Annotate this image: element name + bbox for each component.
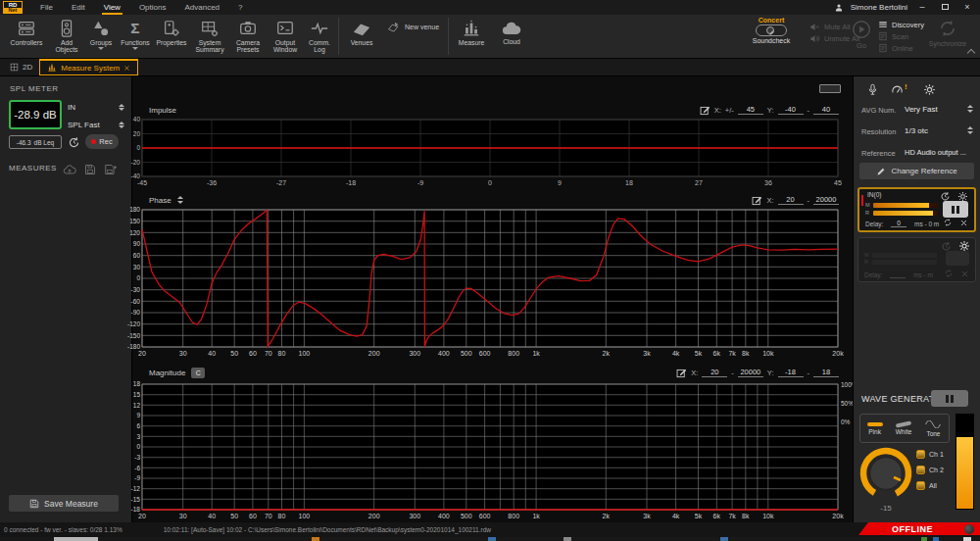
online-button[interactable]: Online — [878, 42, 924, 54]
menu-edit[interactable]: Edit — [70, 2, 87, 13]
spinner-icon[interactable] — [967, 126, 973, 134]
change-reference-button[interactable]: Change Reference — [859, 163, 974, 179]
ribbon-controllers[interactable]: Controllers — [4, 17, 49, 46]
close-tab-icon[interactable] — [123, 65, 130, 72]
magnitude-y-min-field[interactable]: -18 — [778, 368, 804, 377]
impulse-chart[interactable]: -45-36-27-18-90918273645-40-2002040 — [128, 120, 858, 188]
pink-noise-button[interactable]: Pink — [867, 422, 883, 435]
magnitude-x-max-field[interactable]: 20000 — [738, 368, 763, 377]
warning-exclamation-icon: ! — [905, 82, 907, 91]
ribbon-comm-log[interactable]: Comm. Log — [304, 17, 335, 53]
avg-num-value[interactable]: Very Fast — [905, 105, 938, 114]
ribbon-measure[interactable]: Measure — [452, 17, 491, 46]
save-measure-plus-icon[interactable] — [104, 164, 118, 175]
concert-soundcheck-toggle[interactable]: Concert Soundcheck — [749, 17, 794, 44]
save-measure-icon[interactable] — [84, 164, 96, 175]
svg-text:120: 120 — [129, 229, 140, 236]
svg-text:200: 200 — [368, 513, 380, 519]
svg-text:-45: -45 — [137, 179, 147, 186]
rec-button[interactable]: Rec — [85, 134, 119, 149]
spinner-icon[interactable] — [967, 105, 973, 113]
input-device-card[interactable]: IN(0) M R Delay: 0 ms - 0 m — [858, 187, 976, 232]
gauge-icon[interactable] — [891, 83, 904, 96]
spinner-icon[interactable] — [177, 196, 183, 204]
delay-label: Delay: — [865, 221, 883, 227]
empty-device-card[interactable]: M R Delay: ms - m — [858, 237, 976, 282]
offline-banner[interactable]: OFFLINE — [858, 522, 980, 535]
tab-2d[interactable]: 2D — [3, 59, 39, 75]
tone-button[interactable]: Tone — [924, 420, 942, 437]
spinner-icon[interactable] — [119, 104, 124, 112]
microphone-icon[interactable] — [866, 83, 879, 96]
clip-indicator — [861, 195, 863, 206]
device-pause-button[interactable] — [943, 201, 968, 218]
coherence-button[interactable]: C — [191, 368, 205, 378]
ribbon-separator — [448, 18, 449, 55]
ribbon-cloud[interactable]: Cloud — [491, 17, 532, 45]
close-button[interactable]: × — [959, 1, 975, 14]
channel-2-checkbox[interactable]: Ch 2 — [916, 466, 944, 474]
collapse-ribbon-chevron[interactable] — [967, 49, 975, 57]
ribbon-groups[interactable]: Groups — [84, 17, 118, 50]
mode-toggle[interactable] — [756, 25, 787, 36]
maximize-button[interactable] — [937, 1, 953, 14]
sync-delay-icon[interactable] — [943, 218, 953, 227]
ribbon-output-window[interactable]: Output Window — [267, 17, 304, 53]
weighting-selector[interactable]: SPL Fast — [68, 121, 124, 129]
ribbon-label: Camera Presets — [229, 39, 267, 53]
edit-range-icon[interactable] — [700, 105, 710, 116]
menu-advanced[interactable]: Advanced — [182, 2, 221, 13]
ribbon-venues[interactable]: Venues — [342, 17, 381, 46]
phase-chart[interactable]: 203040506070801002003004005006008001k2k3… — [128, 210, 858, 359]
minimize-button[interactable]: – — [914, 1, 930, 14]
save-measure-button[interactable]: Save Measure — [9, 495, 119, 512]
shapes-icon — [91, 19, 111, 38]
impulse-y-max-field[interactable]: 40 — [813, 105, 839, 115]
white-noise-button[interactable]: White — [896, 422, 912, 435]
svg-text:7k: 7k — [728, 513, 736, 519]
generator-level-knob[interactable] — [858, 445, 914, 502]
ribbon-system-summary[interactable]: System Summary — [190, 17, 229, 53]
cloud-upload-icon[interactable] — [63, 165, 76, 175]
ribbon-new-venue[interactable]: New venue — [387, 22, 439, 32]
channel-1-checkbox[interactable]: Ch 1 — [916, 450, 944, 459]
impulse-y-min-field[interactable]: -40 — [778, 105, 804, 115]
y-label: Y: — [767, 369, 774, 377]
layout-toggle-button[interactable] — [819, 84, 841, 93]
tab-measure-system[interactable]: Measure System — [39, 59, 138, 75]
gear-icon[interactable] — [923, 83, 936, 96]
phase-x-min-field[interactable]: 20 — [778, 195, 804, 205]
menu-view[interactable]: View — [102, 2, 122, 13]
ribbon-properties[interactable]: Properties — [153, 17, 190, 46]
menu-help[interactable]: ? — [236, 2, 244, 13]
synchronize-button[interactable]: Synchronize — [925, 18, 970, 47]
all-channels-checkbox[interactable]: All — [916, 481, 937, 490]
scan-button[interactable]: Scan — [878, 30, 924, 42]
go-button[interactable]: Go — [849, 20, 874, 50]
discovery-button[interactable]: Discovery — [878, 19, 924, 30]
ribbon-add-objects[interactable]: Add Objects — [49, 17, 84, 53]
rdnet-window: RD Net File Edit View Options Advanced ?… — [0, 0, 980, 541]
edit-range-icon[interactable] — [752, 195, 762, 206]
delay-value-field[interactable]: 0 — [891, 220, 906, 227]
device-name: IN(0) — [867, 191, 881, 198]
input-source-selector[interactable]: IN — [68, 103, 124, 112]
ribbon-camera-presets[interactable]: Camera Presets — [229, 17, 267, 53]
menu-options[interactable]: Options — [137, 2, 169, 13]
menubar: File Edit View Options Advanced ? — [38, 2, 245, 13]
magnitude-chart[interactable]: 203040506070801002003004005006008001k2k3… — [128, 384, 858, 521]
impulse-x-range-field[interactable]: 45 — [738, 105, 763, 115]
sine-wave-icon — [924, 420, 942, 428]
generator-source-group: Pink White Tone — [859, 414, 950, 443]
spinner-icon[interactable] — [119, 122, 124, 129]
edit-range-icon[interactable] — [676, 368, 687, 378]
resolution-value[interactable]: 1/3 otc — [905, 126, 928, 135]
generator-pause-button[interactable] — [931, 390, 968, 407]
magnitude-x-min-field[interactable]: 20 — [702, 368, 727, 377]
magnitude-y-max-field[interactable]: 18 — [813, 368, 839, 377]
ribbon-functions[interactable]: Functions — [118, 17, 153, 50]
history-reset-icon[interactable] — [68, 136, 80, 149]
menu-file[interactable]: File — [38, 2, 55, 13]
phase-x-max-field[interactable]: 20000 — [813, 195, 839, 205]
close-icon[interactable] — [959, 219, 968, 227]
